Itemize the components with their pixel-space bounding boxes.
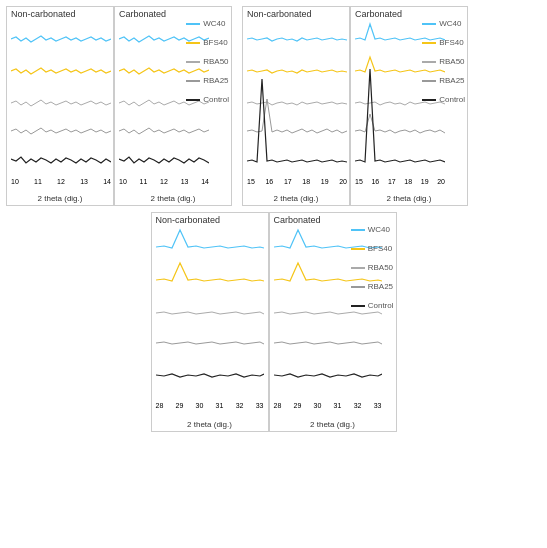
legend-line-rba25-2: [422, 80, 436, 82]
legend-line-rba25: [186, 80, 200, 82]
xtick: 20: [437, 178, 445, 185]
panel-bot-nc-label: Non-carbonated: [156, 215, 221, 225]
legend-label-bfs40-2: BFS40: [439, 38, 463, 47]
panel-top-right-nc-label: Non-carbonated: [247, 9, 312, 19]
legend-label-bfs40: BFS40: [203, 38, 227, 47]
legend-control-3: Control: [351, 301, 394, 310]
x-axis-label-1: 2 theta (dig.): [38, 194, 83, 203]
legend-wc40: WC40: [186, 19, 229, 28]
chart-top-right-nc: [247, 19, 347, 184]
legend-label-wc40-2: WC40: [439, 19, 461, 28]
panel-top-right-c: Carbonated WC40: [350, 6, 468, 206]
x-axis-label-2: 2 theta (dig.): [151, 194, 196, 203]
legend-line-control-2: [422, 99, 436, 101]
legend-line-control-3: [351, 305, 365, 307]
legend-bfs40-3: BFS40: [351, 244, 394, 253]
xtick: 14: [103, 178, 111, 185]
legend-label-rba50-3: RBA50: [368, 263, 393, 272]
legend-line-bfs40-2: [422, 42, 436, 44]
xtick: 28: [274, 402, 282, 409]
panel-top-left-nc-label: Non-carbonated: [11, 9, 76, 19]
legend-rba25-2: RBA25: [422, 76, 465, 85]
x-axis-label-3: 2 theta (dig.): [274, 194, 319, 203]
xtick: 18: [302, 178, 310, 185]
xtick: 13: [181, 178, 189, 185]
xtick: 17: [388, 178, 396, 185]
legend-wc40-2: WC40: [422, 19, 465, 28]
xtick: 16: [265, 178, 273, 185]
xtick: 11: [34, 178, 42, 185]
xtick: 29: [176, 402, 184, 409]
xtick: 10: [119, 178, 127, 185]
panel-bot-c-label: Carbonated: [274, 215, 321, 225]
legend-bfs40: BFS40: [186, 38, 229, 47]
legend-control: Control: [186, 95, 229, 104]
xtick: 10: [11, 178, 19, 185]
legend-label-bfs40-3: BFS40: [368, 244, 392, 253]
legend-label-rba50-2: RBA50: [439, 57, 464, 66]
legend-line-wc40-2: [422, 23, 436, 25]
xtick: 19: [421, 178, 429, 185]
legend-rba25-3: RBA25: [351, 282, 394, 291]
legend-rba50-3: RBA50: [351, 263, 394, 272]
panel-top-left-nc: Non-carbonated 10 11 12: [6, 6, 114, 206]
xtick: 18: [404, 178, 412, 185]
legend-top-right: WC40 BFS40 RBA50 RBA25: [422, 19, 465, 104]
xtick: 33: [374, 402, 382, 409]
xtick: 15: [247, 178, 255, 185]
xtick: 28: [156, 402, 164, 409]
legend-line-control: [186, 99, 200, 101]
xtick: 31: [216, 402, 224, 409]
panel-top-left-c: Carbonated WC40 BFS40: [114, 6, 232, 206]
panel-bot-c: Carbonated WC40: [269, 212, 397, 432]
xtick: 30: [196, 402, 204, 409]
xtick: 32: [354, 402, 362, 409]
legend-control-2: Control: [422, 95, 465, 104]
legend-label-wc40: WC40: [203, 19, 225, 28]
legend-line-rba50: [186, 61, 200, 63]
xtick: 11: [140, 178, 148, 185]
main-container: Non-carbonated 10 11 12: [0, 0, 547, 548]
legend-label-rba25: RBA25: [203, 76, 228, 85]
legend-label-wc40-3: WC40: [368, 225, 390, 234]
panel-top-left-c-label: Carbonated: [119, 9, 166, 19]
panel-top-right-c-label: Carbonated: [355, 9, 402, 19]
legend-label-control-2: Control: [439, 95, 465, 104]
legend-label-rba25-3: RBA25: [368, 282, 393, 291]
xtick: 31: [334, 402, 342, 409]
legend-line-rba25-3: [351, 286, 365, 288]
xtick: 15: [355, 178, 363, 185]
x-axis-label-6: 2 theta (dig.): [310, 420, 355, 429]
chart-bot-nc: [156, 225, 264, 405]
legend-wc40-3: WC40: [351, 225, 394, 234]
legend-label-control-3: Control: [368, 301, 394, 310]
xtick: 12: [57, 178, 65, 185]
panel-bot-nc: Non-carbonated 28 29 30: [151, 212, 269, 432]
legend-rba25: RBA25: [186, 76, 229, 85]
legend-label-rba50: RBA50: [203, 57, 228, 66]
legend-line-rba50-2: [422, 61, 436, 63]
legend-top-left: WC40 BFS40 RBA50 RBA25: [186, 19, 229, 104]
x-axis-label-4: 2 theta (dig.): [387, 194, 432, 203]
legend-line-bfs40-3: [351, 248, 365, 250]
legend-rba50: RBA50: [186, 57, 229, 66]
legend-bfs40-2: BFS40: [422, 38, 465, 47]
xtick: 33: [256, 402, 264, 409]
legend-line-wc40-3: [351, 229, 365, 231]
legend-label-rba25-2: RBA25: [439, 76, 464, 85]
xtick: 19: [321, 178, 329, 185]
chart-top-left-nc: [11, 19, 111, 184]
xtick: 14: [201, 178, 209, 185]
xtick: 32: [236, 402, 244, 409]
x-axis-label-5: 2 theta (dig.): [187, 420, 232, 429]
legend-line-rba50-3: [351, 267, 365, 269]
legend-line-bfs40: [186, 42, 200, 44]
panel-top-right-nc: Non-carbonated 15 16 17 18 19 20: [242, 6, 350, 206]
legend-line-wc40: [186, 23, 200, 25]
xtick: 29: [294, 402, 302, 409]
legend-label-control: Control: [203, 95, 229, 104]
xtick: 12: [160, 178, 168, 185]
legend-rba50-2: RBA50: [422, 57, 465, 66]
legend-bot: WC40 BFS40 RBA50 RBA25: [351, 225, 394, 310]
xtick: 13: [80, 178, 88, 185]
